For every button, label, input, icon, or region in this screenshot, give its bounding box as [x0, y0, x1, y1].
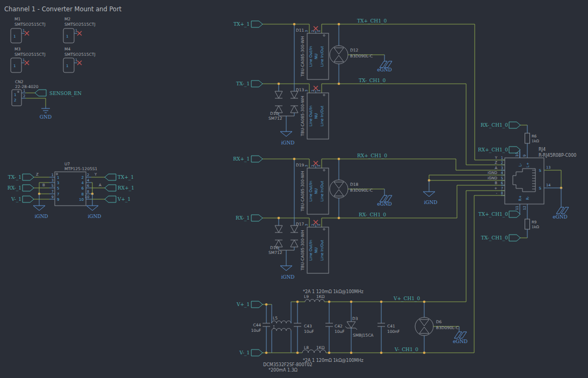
- pin-num: 1: [317, 90, 321, 92]
- pin-num: 3: [501, 166, 503, 170]
- net-rxp-ch1-0[interactable]: RX+_CH1_0: [322, 153, 505, 170]
- tbu-d11[interactable]: TX+_1 3 2 1 Line Out/In NU Line In/Out T…: [234, 21, 329, 79]
- pin-num: 5: [52, 184, 54, 188]
- pin-name: R+: [518, 195, 522, 201]
- ref: C42: [335, 324, 343, 329]
- no-connect-icon: [77, 61, 82, 65]
- pin-num: 9: [52, 195, 54, 199]
- ref: M2: [64, 17, 70, 21]
- ref: R9: [532, 220, 536, 224]
- wire-tag-z: Z: [36, 172, 39, 177]
- wire-tag: +: [494, 186, 497, 191]
- ref: M4: [64, 47, 70, 52]
- no-connect-icon: [314, 86, 318, 90]
- component-u7[interactable]: U7 MTP125-1205S1 1 3 5 7 9 2 4 6 8 10 1 …: [49, 162, 97, 206]
- cn2-gnd[interactable]: GND: [26, 98, 52, 120]
- pin-num: 3: [52, 178, 54, 183]
- pin-num: 2: [311, 224, 315, 226]
- ignd-label: iGND: [88, 214, 101, 219]
- pin-num: 1: [75, 58, 77, 62]
- pin-num: 1: [317, 30, 321, 32]
- pin-name: S: [539, 186, 542, 191]
- ref: M1: [14, 17, 20, 21]
- resistor-r9[interactable]: R9 1kΩ TX-_CH1_0: [481, 204, 540, 241]
- part: SMTSO2515CTJ: [14, 52, 46, 57]
- value: 1KΩ: [316, 345, 325, 350]
- tbu-d13[interactable]: TX-_1 3 2 1 Line Out/In NU Line In/Out T…: [236, 81, 329, 139]
- capacitor-c42[interactable]: C42 10uF: [325, 302, 345, 353]
- net-txm-ch1-0[interactable]: TX-_CH1_0: [322, 78, 466, 165]
- wire-tag: iGND: [488, 176, 497, 180]
- value: 10uF: [335, 329, 345, 334]
- part: SMTSO2515CTJ: [14, 22, 46, 27]
- u7-left-wiring[interactable]: Z iGND B TX-_1 RX-_1 V-_1: [8, 172, 49, 219]
- wire-tag: -: [496, 191, 497, 195]
- mount-m2[interactable]: M2 SMTSO2515CTJ 1 1: [63, 17, 96, 43]
- mount-m4[interactable]: M4 SMTSO2515CTJ 1 1: [63, 47, 96, 72]
- ignd-label: iGND: [281, 274, 294, 280]
- tbu-d19[interactable]: RX+_1 3 2 1 Line Out/In NU Line In/Out T…: [233, 156, 329, 214]
- junction-dots: [265, 23, 426, 354]
- ferrite-l8[interactable]: L8 1KΩ *2A 1 120mΩ 1kΩ@100MHz: [302, 345, 364, 363]
- rj4-left-wires[interactable]: iGND: [423, 160, 505, 353]
- tvs-d10[interactable]: iGND D10 SM712: [268, 24, 298, 146]
- no-connect-icon: [314, 161, 318, 165]
- tbu-d17[interactable]: RX-_1 3 2 1 Line Out/In NU Line In/Out T…: [236, 215, 329, 273]
- capacitor-c41[interactable]: C41 100nF: [378, 302, 400, 353]
- egnd-label: eGND: [377, 201, 392, 207]
- gdt-d6[interactable]: eGND D6 B3D090L-C: [415, 302, 468, 353]
- net-txp-ch1-0[interactable]: TX+_CH1_0: [322, 18, 475, 160]
- pin-name: 7: [57, 192, 59, 197]
- label-rxp-ch1-0[interactable]: RX+_CH1_0: [478, 147, 520, 158]
- wire-tag: B: [495, 181, 497, 185]
- ignd-symbol: [423, 192, 435, 197]
- net-label-rxp: RX+_CH1_0: [478, 147, 508, 153]
- page-title: Channel 1 - Converter Mount and Port: [4, 5, 122, 13]
- no-connect-icon: [25, 31, 29, 35]
- pin-num: 11: [515, 206, 519, 210]
- pin-num: 5: [501, 176, 503, 180]
- gdt-d18[interactable]: eGND D18 B3D090L-C: [330, 159, 392, 218]
- pin-name: 9: [57, 198, 59, 202]
- pin-num: 10: [85, 195, 89, 199]
- chassis-ground-icon: [454, 332, 467, 338]
- inner-pin-2: 2: [14, 98, 16, 103]
- wire-tag: Z: [495, 161, 497, 165]
- part: 22-28-4020: [15, 84, 39, 89]
- capacitor-c44[interactable]: C44 10uF: [251, 304, 270, 353]
- pin-num: 3: [304, 90, 309, 92]
- mount-m1[interactable]: M1 SMTSO2515CTJ 1 1: [11, 17, 46, 43]
- label-txp-ch1-0[interactable]: TX+_CH1_0: [478, 204, 520, 217]
- inner-pin: 1: [13, 34, 16, 39]
- value: B3D090L-C: [350, 188, 373, 193]
- tvs-d16[interactable]: iGND D16 SM712: [268, 159, 298, 280]
- pin-name: 10: [79, 198, 84, 202]
- pin-name: 6: [82, 186, 84, 191]
- u7-right-wiring[interactable]: Y TX+_1 iGND A RX+_1 V+_1: [86, 172, 134, 219]
- ref: D16: [270, 245, 279, 250]
- tvs-d3[interactable]: D3 SMBJ15CA: [345, 302, 374, 353]
- pin-name: L-: [518, 163, 522, 166]
- part: MTP125-1205S1: [64, 166, 97, 171]
- net-rxm-ch1-0[interactable]: RX-_CH1_0: [322, 185, 505, 218]
- wire-tag-b: B: [42, 183, 45, 187]
- wire-tag: iGND: [488, 171, 497, 175]
- net-sensor-en[interactable]: SENSOR_EN: [26, 90, 82, 97]
- net-label-rxm: RX-_CH1_0: [481, 122, 508, 128]
- power-section[interactable]: V+_1 V-_1 C44 10uF L5 DCM3532F2SF-80: [236, 289, 474, 373]
- pin-name: Line In/Out: [320, 46, 324, 67]
- value: SM712: [268, 250, 282, 255]
- chassis-ground-icon: [556, 207, 569, 214]
- rj4-shield-wires[interactable]: eGND: [544, 170, 569, 220]
- pin-num: 8: [87, 190, 89, 194]
- wire-tag: A: [495, 166, 497, 170]
- value: TBU-CA085-300-WH: [300, 36, 305, 77]
- connector-rj4[interactable]: RJ4 R-RJ45R08P-C000 1 2 3 4 5 6 7 8 Y Z …: [488, 147, 576, 210]
- ferrite-l9[interactable]: L9 1KΩ *2A 1 120mΩ 1kΩ@100MHz: [291, 289, 466, 302]
- pin-num: 9: [522, 155, 527, 157]
- gdt-d12[interactable]: eGND D12 B3D090L-C: [330, 24, 392, 84]
- global-label-vp: V+_1: [236, 302, 250, 308]
- pin-name: 1: [57, 176, 59, 180]
- mount-m3[interactable]: M3 SMTSO2515CTJ 1 1: [11, 47, 46, 72]
- pin-name: Line In/Out: [320, 181, 324, 202]
